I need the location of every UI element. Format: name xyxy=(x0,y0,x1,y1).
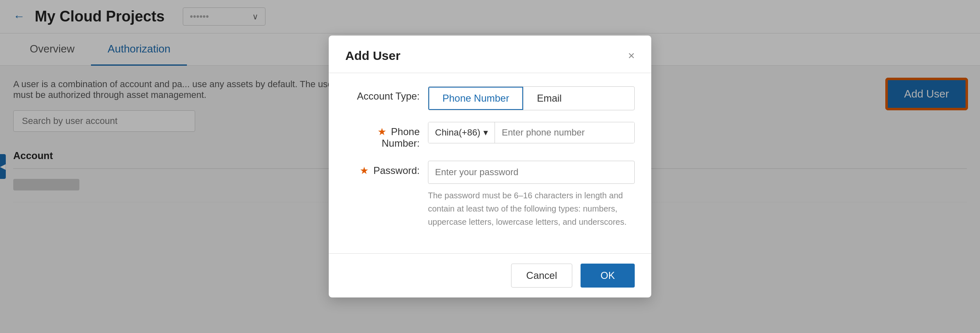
password-row: ★ Password: The password must be 6–16 ch… xyxy=(345,161,635,228)
password-control: The password must be 6–16 characters in … xyxy=(428,161,635,228)
add-user-modal: Add User × Account Type: Phone Number Em… xyxy=(329,36,651,297)
required-marker: ★ xyxy=(378,126,387,137)
modal-body: Account Type: Phone Number Email ★ Phone… xyxy=(329,73,651,253)
password-hint: The password must be 6–16 characters in … xyxy=(428,189,635,228)
ok-button[interactable]: OK xyxy=(581,264,635,288)
modal-footer: Cancel OK xyxy=(329,253,651,297)
phone-number-control: China(+86) ▾ xyxy=(428,122,635,143)
account-type-control: Phone Number Email xyxy=(428,86,635,110)
account-type-phone-button[interactable]: Phone Number xyxy=(428,87,523,110)
modal-header: Add User × xyxy=(329,36,651,73)
country-code-selector[interactable]: China(+86) ▾ xyxy=(428,122,495,143)
account-type-row: Account Type: Phone Number Email xyxy=(345,86,635,110)
phone-number-label: ★ Phone Number: xyxy=(345,122,428,149)
modal-close-button[interactable]: × xyxy=(628,50,635,62)
cancel-button[interactable]: Cancel xyxy=(511,264,573,288)
phone-number-row: ★ Phone Number: China(+86) ▾ xyxy=(345,122,635,149)
country-dropdown-icon: ▾ xyxy=(483,127,488,138)
page-background: ← My Cloud Projects •••••• ∨ Overview Au… xyxy=(0,0,980,333)
account-type-group: Phone Number Email xyxy=(428,86,635,110)
password-input[interactable] xyxy=(428,161,635,184)
account-type-email-button[interactable]: Email xyxy=(523,87,575,110)
modal-overlay: Add User × Account Type: Phone Number Em… xyxy=(0,0,980,333)
country-code-value: China(+86) xyxy=(435,127,480,138)
account-type-label: Account Type: xyxy=(345,86,428,102)
phone-number-input[interactable] xyxy=(495,122,634,143)
password-label: ★ Password: xyxy=(345,161,428,176)
modal-title: Add User xyxy=(345,49,400,63)
password-required-marker: ★ xyxy=(360,165,369,176)
phone-input-group: China(+86) ▾ xyxy=(428,122,635,143)
